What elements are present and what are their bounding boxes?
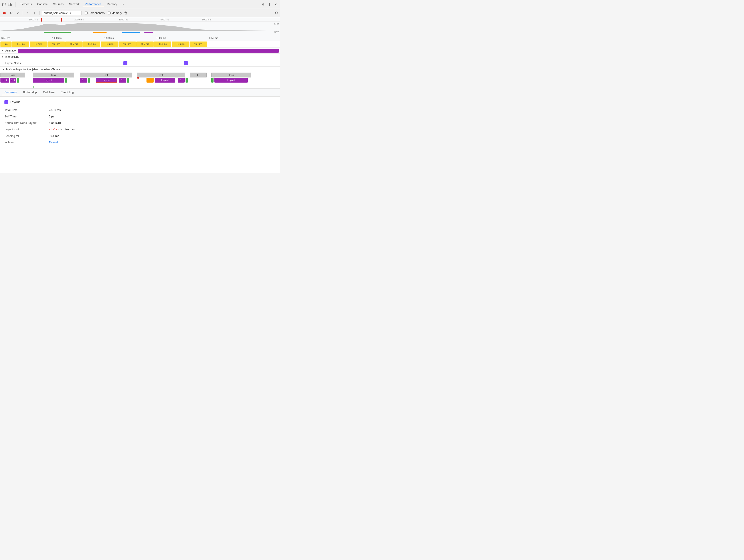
tab-call-tree[interactable]: Call Tree: [40, 90, 57, 95]
total-time-key: Total Time: [4, 108, 49, 112]
tab-bottom-up[interactable]: Bottom-Up: [21, 90, 39, 95]
task-bar-5[interactable]: Task: [211, 73, 251, 77]
tab-memory[interactable]: Memory: [105, 2, 119, 7]
memory-checkbox[interactable]: [108, 11, 111, 14]
tab-sources[interactable]: Sources: [51, 2, 66, 7]
frames-track: ms 16.6 ms 16.7 ms 16.7 ms 16.7 ms 16.7 …: [0, 41, 280, 47]
interactions-label: Interactions: [5, 55, 19, 59]
tasks-container: Task Task Task Task T... Task L...t P...…: [0, 72, 280, 88]
ruler-5000ms: 5000 ms: [202, 18, 211, 21]
self-time-key: Self Time: [4, 115, 49, 118]
task-bar-3[interactable]: Task: [137, 73, 185, 77]
upload-button[interactable]: ↑: [25, 10, 30, 16]
more-icon[interactable]: ⋮: [267, 2, 272, 7]
record-button[interactable]: ⏺: [2, 10, 7, 16]
subtask-pt-0[interactable]: P...t: [10, 78, 16, 82]
clear-button[interactable]: ⊘: [15, 10, 21, 16]
toolbar-divider-1: [23, 11, 23, 15]
self-time-value: 5 μs: [49, 115, 54, 118]
tab-more[interactable]: »: [120, 2, 126, 7]
subtask-layout-3[interactable]: Layout: [214, 78, 248, 82]
task-bar-1[interactable]: Task: [33, 73, 74, 77]
animation-expand-icon[interactable]: ▶: [1, 49, 4, 52]
layout-root-suffix: #jsbin-css: [58, 128, 75, 131]
main-thread-header[interactable]: ▼ Main — https://output.jsbin.com/elisum…: [0, 67, 280, 72]
timeline-overview: 1000 ms 2000 ms 3000 ms 4000 ms 5000 ms …: [0, 17, 280, 35]
layout-root-code: style: [49, 128, 58, 131]
time-ruler: 1350 ms 1400 ms 1450 ms 1500 ms 1550 ms: [0, 35, 280, 41]
svg-rect-2: [11, 4, 11, 5]
subtask-p-2[interactable]: P...: [178, 78, 185, 82]
main-thread-row: ▼ Main — https://output.jsbin.com/elisum…: [0, 67, 280, 88]
capture-settings-icon[interactable]: ⚙: [275, 11, 278, 15]
settings-icon[interactable]: ⚙: [261, 2, 265, 7]
shift-block-1: [123, 61, 127, 65]
frame-chip-1: 16.6 ms: [12, 41, 29, 47]
time-1550ms: 1550 ms: [209, 37, 218, 39]
frame-chip-9: 16.7 ms: [154, 41, 171, 47]
summary-row-total-time: Total Time 28.30 ms: [4, 108, 275, 112]
cpu-chart-area: CPU: [0, 22, 280, 31]
subtask-layout-1[interactable]: Layout: [33, 78, 64, 82]
subtask-layout-selected[interactable]: Layout: [96, 78, 117, 82]
interactions-expand-icon[interactable]: ▶: [1, 55, 4, 59]
animation-row[interactable]: ▶ Animation: [0, 47, 280, 54]
cpu-chart-svg: [0, 22, 268, 31]
cpu-label: CPU: [274, 23, 279, 25]
subtask-lt[interactable]: L...t: [0, 78, 9, 82]
close-icon[interactable]: ✕: [273, 2, 278, 7]
url-text: output.jsbin.com #1: [44, 11, 69, 15]
subtask-p-1[interactable]: P...: [119, 78, 126, 82]
interactions-row[interactable]: ▶ Interactions: [0, 54, 280, 60]
layout-shifts-label: Layout Shifts: [5, 62, 28, 65]
tab-elements[interactable]: Elements: [17, 2, 34, 7]
tab-network[interactable]: Network: [67, 2, 82, 7]
task-bar-4[interactable]: T...: [190, 73, 207, 77]
pending-value: 50.4 ms: [49, 134, 59, 138]
frames-row[interactable]: ms 16.6 ms 16.7 ms 16.7 ms 16.7 ms 16.7 …: [0, 41, 280, 47]
main-thread-expand-icon[interactable]: ▼: [2, 68, 5, 71]
layout-root-value: style#jsbin-css: [49, 127, 75, 131]
task-bar-2[interactable]: Task: [80, 73, 132, 77]
clear-recording-button[interactable]: 🗑: [124, 11, 127, 15]
reveal-link[interactable]: Reveal: [49, 141, 58, 144]
summary-color-indicator: [4, 100, 8, 104]
tab-performance[interactable]: Performance: [82, 2, 104, 7]
time-1400ms: 1400 ms: [52, 37, 62, 39]
nav-divider-1: [15, 2, 16, 7]
time-1450ms: 1450 ms: [104, 37, 114, 39]
net-chart-area: NET: [0, 31, 280, 34]
tab-summary[interactable]: Summary: [2, 90, 20, 95]
summary-title-text: Layout: [10, 100, 20, 104]
frame-chip-11: 16.7 ms: [190, 41, 207, 47]
layout-shifts-row[interactable]: Layout Shifts: [0, 60, 280, 67]
screenshots-checkbox[interactable]: [85, 11, 88, 14]
tab-event-log[interactable]: Event Log: [58, 90, 77, 95]
download-button[interactable]: ↓: [32, 10, 37, 16]
cursor-icon[interactable]: [2, 2, 6, 7]
red-marker-1: [41, 18, 42, 22]
frame-chip-2: 16.7 ms: [30, 41, 47, 47]
tick-1: [138, 86, 138, 88]
reload-button[interactable]: ↻: [8, 10, 14, 16]
pending-key: Pending for: [4, 134, 49, 138]
memory-label[interactable]: Memory: [111, 11, 122, 15]
summary-row-layout-root: Layout root style#jsbin-css: [4, 127, 275, 131]
layout-root-key: Layout root: [4, 127, 49, 131]
frame-chip-0: ms: [0, 41, 11, 47]
task-bar-0[interactable]: Task: [0, 73, 25, 77]
frame-chip-6: 16.6 ms: [101, 41, 118, 47]
subtask-p-0[interactable]: P...: [80, 78, 87, 82]
nav-icon-group: [2, 2, 12, 7]
net-label: NET: [274, 31, 279, 34]
responsive-icon[interactable]: [7, 2, 12, 7]
svg-rect-5: [122, 32, 140, 33]
devtools-nav: Elements Console Sources Network Perform…: [0, 0, 280, 9]
subtask-layout-2[interactable]: Layout: [155, 78, 175, 82]
tab-console[interactable]: Console: [35, 2, 50, 7]
url-selector[interactable]: output.jsbin.com #1 ▾: [42, 11, 82, 15]
screenshots-group: Screenshots: [85, 11, 105, 15]
screenshots-label[interactable]: Screenshots: [88, 11, 105, 15]
nav-right-icons: ⚙ ⋮ ✕: [261, 2, 278, 7]
blue-tick-1: [212, 86, 212, 88]
